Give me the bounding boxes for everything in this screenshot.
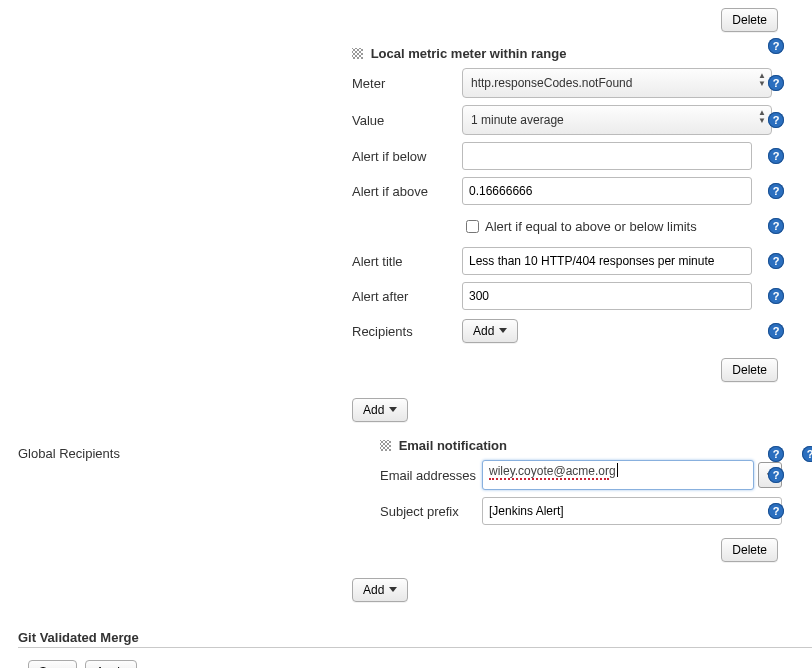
alert-equal-label: Alert if equal to above or below limits bbox=[485, 219, 697, 234]
value-select[interactable]: 1 minute average ▲▼ bbox=[462, 105, 772, 135]
email-addresses-label: Email addresses bbox=[380, 468, 482, 483]
email-tail: g bbox=[609, 464, 616, 478]
text-caret bbox=[617, 463, 618, 477]
recipients-label: Recipients bbox=[352, 324, 462, 339]
section-title: Email notification bbox=[399, 438, 507, 453]
delete-button[interactable]: Delete bbox=[721, 358, 778, 382]
select-arrows-icon: ▲▼ bbox=[758, 109, 766, 125]
help-icon[interactable]: ? bbox=[768, 503, 784, 519]
select-arrows-icon: ▲▼ bbox=[758, 72, 766, 88]
help-icon[interactable]: ? bbox=[768, 183, 784, 199]
delete-button[interactable]: Delete bbox=[721, 8, 778, 32]
drag-handle-icon[interactable] bbox=[352, 48, 363, 59]
help-icon[interactable]: ? bbox=[768, 218, 784, 234]
help-icon[interactable]: ? bbox=[768, 467, 784, 483]
alert-title-label: Alert title bbox=[352, 254, 462, 269]
help-icon[interactable]: ? bbox=[768, 38, 784, 54]
help-icon[interactable]: ? bbox=[768, 323, 784, 339]
help-icon[interactable]: ? bbox=[768, 288, 784, 304]
alert-after-input[interactable] bbox=[462, 282, 752, 310]
help-icon[interactable]: ? bbox=[768, 75, 784, 91]
value-label: Value bbox=[352, 113, 462, 128]
alert-if-below-label: Alert if below bbox=[352, 149, 462, 164]
recipients-add-button[interactable]: Add bbox=[462, 319, 518, 343]
add-button[interactable]: Add bbox=[352, 578, 408, 602]
local-metric-section-header: Local metric meter within range bbox=[352, 46, 812, 61]
meter-select[interactable]: http.responseCodes.notFound ▲▼ bbox=[462, 68, 772, 98]
meter-label: Meter bbox=[352, 76, 462, 91]
value-select-value: 1 minute average bbox=[471, 113, 564, 127]
alert-equal-checkbox[interactable] bbox=[466, 220, 479, 233]
alert-title-input[interactable] bbox=[462, 247, 752, 275]
subject-prefix-label: Subject prefix bbox=[380, 504, 482, 519]
alert-if-below-input[interactable] bbox=[462, 142, 752, 170]
add-button[interactable]: Add bbox=[352, 398, 408, 422]
alert-if-above-label: Alert if above bbox=[352, 184, 462, 199]
subject-prefix-input[interactable] bbox=[482, 497, 782, 525]
email-addresses-input[interactable]: wiley.coyote@acme.org bbox=[482, 460, 754, 490]
help-icon[interactable]: ? bbox=[768, 148, 784, 164]
save-button[interactable]: Save bbox=[28, 660, 77, 668]
drag-handle-icon[interactable] bbox=[380, 440, 391, 451]
delete-button[interactable]: Delete bbox=[721, 538, 778, 562]
apply-button[interactable]: Apply bbox=[85, 660, 137, 668]
alert-after-label: Alert after bbox=[352, 289, 462, 304]
alert-if-above-input[interactable] bbox=[462, 177, 752, 205]
help-icon[interactable]: ? bbox=[768, 112, 784, 128]
help-icon[interactable]: ? bbox=[768, 253, 784, 269]
section-title: Local metric meter within range bbox=[371, 46, 567, 61]
email-typed-text: wiley.coyote@acme.or bbox=[489, 464, 609, 480]
email-notification-header: Email notification bbox=[380, 438, 812, 453]
meter-select-value: http.responseCodes.notFound bbox=[471, 76, 632, 90]
git-validated-merge-header: Git Validated Merge bbox=[18, 630, 812, 648]
